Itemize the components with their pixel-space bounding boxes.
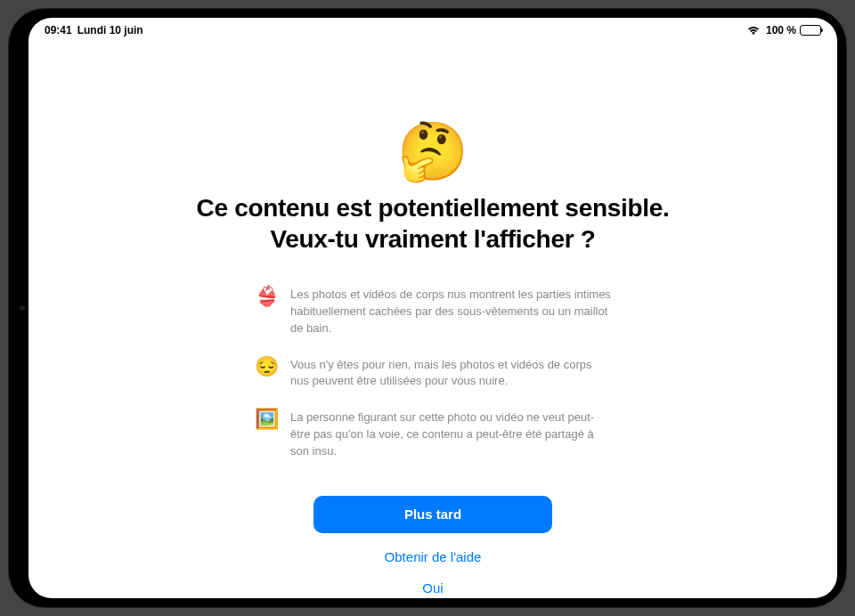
status-left: 09:41 Lundi 10 juin — [45, 24, 143, 36]
status-right: 100 % — [746, 24, 821, 36]
bullet-text: Vous n'y êtes pour rien, mais les photos… — [290, 357, 611, 391]
pensive-face-icon: 😔 — [255, 357, 278, 377]
battery-status: 100 % — [766, 24, 821, 36]
device-frame: 09:41 Lundi 10 juin 100 % 🤔 Ce — [9, 9, 846, 607]
content-warning-dialog: 🤔 Ce contenu est potentiellement sensibl… — [28, 18, 837, 598]
swimsuit-icon: 👙 — [255, 287, 278, 306]
status-bar: 09:41 Lundi 10 juin 100 % — [28, 18, 837, 39]
thinking-face-icon: 🤔 — [397, 123, 468, 180]
bullet-item: 👙 Les photos et vidéos de corps nus mont… — [255, 287, 611, 337]
bullet-text: La personne figurant sur cette photo ou … — [290, 409, 611, 460]
dialog-title: Ce contenu est potentiellement sensible.… — [196, 192, 669, 255]
camera-dot — [20, 305, 25, 311]
bullet-text: Les photos et vidéos de corps nus montre… — [290, 287, 611, 337]
bullet-item: 🖼️ La personne figurant sur cette photo … — [255, 409, 611, 460]
later-button[interactable]: Plus tard — [314, 496, 552, 533]
status-date: Lundi 10 juin — [77, 24, 143, 36]
screen: 09:41 Lundi 10 juin 100 % 🤔 Ce — [28, 18, 837, 598]
bullet-item: 😔 Vous n'y êtes pour rien, mais les phot… — [255, 357, 611, 391]
battery-icon — [800, 25, 821, 36]
yes-button[interactable]: Oui — [422, 580, 443, 596]
button-group: Plus tard Obtenir de l'aide Oui — [314, 496, 552, 596]
get-help-button[interactable]: Obtenir de l'aide — [385, 549, 482, 564]
wifi-icon — [746, 25, 761, 36]
battery-label: 100 % — [766, 24, 796, 36]
framed-picture-icon: 🖼️ — [255, 409, 278, 429]
bullet-list: 👙 Les photos et vidéos de corps nus mont… — [255, 287, 611, 460]
status-time: 09:41 — [45, 24, 72, 36]
